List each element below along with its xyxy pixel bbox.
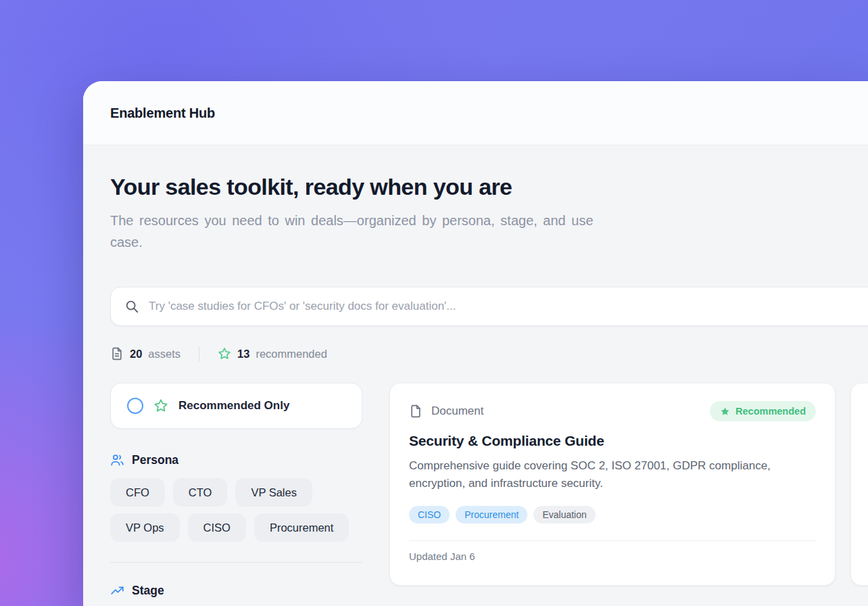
asset-card-next-partial[interactable] bbox=[850, 383, 868, 586]
tag-evaluation[interactable]: Evaluation bbox=[533, 506, 595, 523]
assets-stat: 20 assets bbox=[110, 347, 180, 360]
persona-chip-procurement[interactable]: Procurement bbox=[254, 513, 349, 542]
star-icon bbox=[218, 347, 231, 360]
asset-description: Comprehensive guide covering SOC 2, ISO … bbox=[409, 457, 805, 492]
search-input[interactable] bbox=[149, 300, 868, 313]
recommended-badge: Recommended bbox=[710, 401, 816, 421]
assets-count: 20 bbox=[130, 348, 142, 360]
page-subtitle: The resources you need to win deals—orga… bbox=[110, 210, 597, 253]
recommended-count: 13 bbox=[237, 348, 249, 360]
asset-cards-row: Document Recommended Security & Complian… bbox=[389, 383, 868, 586]
stage-section-label: Stage bbox=[132, 584, 164, 598]
recommended-label: recommended bbox=[256, 348, 327, 360]
panel-body: Your sales toolkit, ready when you are T… bbox=[83, 145, 868, 598]
main-content: Recommended Only Persona CFO bbox=[110, 383, 868, 598]
stats-divider bbox=[199, 346, 199, 361]
star-icon bbox=[153, 398, 168, 413]
asset-updated-date: Updated Jan 6 bbox=[409, 551, 816, 562]
filters-sidebar: Recommended Only Persona CFO bbox=[110, 383, 362, 598]
assets-doc-icon bbox=[110, 347, 124, 360]
recommended-only-toggle[interactable]: Recommended Only bbox=[110, 383, 362, 429]
recommended-only-label: Recommended Only bbox=[178, 399, 289, 413]
main-panel: Enablement Hub Your sales toolkit, ready… bbox=[83, 81, 868, 606]
stats-row: 20 assets 13 recommended bbox=[110, 346, 868, 361]
persona-chip-vp-ops[interactable]: VP Ops bbox=[110, 513, 180, 542]
card-divider bbox=[409, 540, 816, 541]
persona-chip-cto[interactable]: CTO bbox=[173, 478, 228, 507]
asset-tag-list: CISO Procurement Evaluation bbox=[409, 506, 816, 523]
asset-card-security-compliance-guide[interactable]: Document Recommended Security & Complian… bbox=[389, 383, 836, 586]
recommended-stat: 13 recommended bbox=[218, 347, 327, 360]
sidebar-divider bbox=[110, 562, 362, 563]
page-background: { "app": { "title": "Enablement Hub" }, … bbox=[0, 0, 868, 606]
panel-header: Enablement Hub bbox=[83, 81, 868, 145]
assets-label: assets bbox=[148, 348, 180, 360]
persona-chip-ciso[interactable]: CISO bbox=[188, 513, 246, 542]
document-icon bbox=[409, 404, 423, 418]
radio-icon[interactable] bbox=[127, 398, 143, 414]
stage-section-header: Stage bbox=[110, 584, 362, 598]
persona-section-header: Persona bbox=[110, 453, 362, 467]
persona-chip-list: CFO CTO VP Sales VP Ops CISO Procurement bbox=[110, 478, 362, 542]
tag-procurement[interactable]: Procurement bbox=[456, 506, 527, 523]
page-title: Your sales toolkit, ready when you are bbox=[110, 174, 868, 200]
tag-ciso[interactable]: CISO bbox=[409, 506, 450, 523]
search-icon bbox=[124, 299, 139, 314]
recommended-badge-label: Recommended bbox=[736, 406, 806, 417]
persona-chip-vp-sales[interactable]: VP Sales bbox=[235, 478, 312, 507]
card-top-row: Document Recommended bbox=[409, 401, 816, 421]
persona-chip-cfo[interactable]: CFO bbox=[110, 478, 165, 507]
persona-section-label: Persona bbox=[132, 453, 178, 467]
asset-title: Security & Compliance Guide bbox=[409, 433, 816, 449]
stage-icon bbox=[110, 584, 124, 598]
app-title: Enablement Hub bbox=[110, 106, 215, 121]
star-filled-icon bbox=[720, 406, 730, 417]
persona-icon bbox=[110, 453, 124, 467]
asset-type-label: Document bbox=[431, 404, 483, 418]
search-bar[interactable] bbox=[110, 287, 868, 326]
